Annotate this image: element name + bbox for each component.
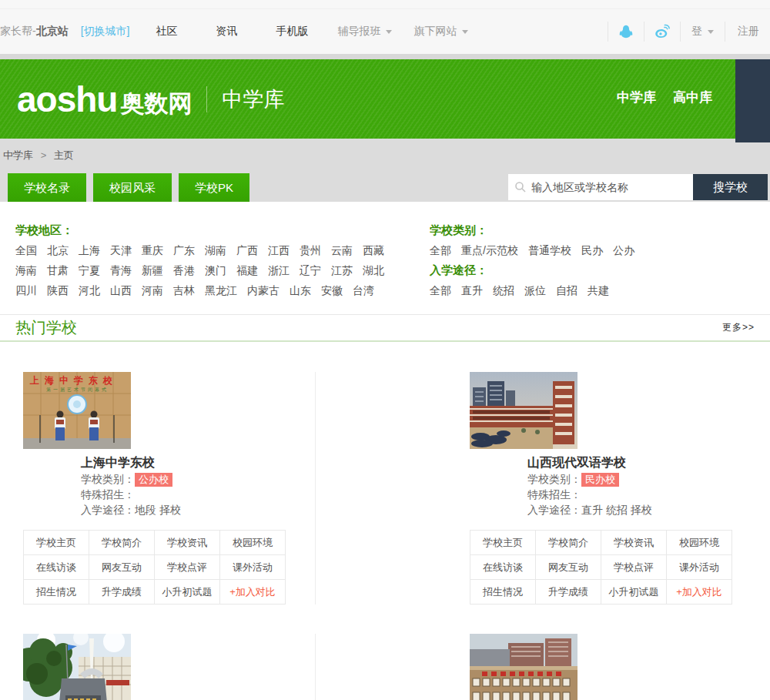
region-option[interactable]: 四川 [15, 284, 37, 296]
category-option[interactable]: 民办 [581, 244, 603, 256]
site-name[interactable]: 家长帮-北京站 [0, 25, 69, 39]
region-option[interactable]: 河北 [79, 284, 100, 296]
region-option[interactable]: 湖南 [205, 244, 226, 256]
region-option[interactable]: 北京 [47, 244, 69, 256]
more-link[interactable]: 更多>> [722, 321, 755, 334]
topbar-link-community[interactable]: 社区 [146, 25, 186, 39]
region-option[interactable]: 陕西 [47, 284, 69, 296]
admission-option[interactable]: 统招 [493, 284, 514, 296]
region-option[interactable]: 青海 [110, 264, 132, 276]
school-photo[interactable] [470, 634, 578, 700]
link-online-interview[interactable]: 在线访谈 [24, 555, 89, 580]
link-school-home[interactable]: 学校主页 [470, 531, 536, 555]
region-option[interactable]: 浙江 [268, 264, 290, 276]
link-school-home[interactable]: 学校主页 [24, 531, 89, 555]
link-school-intro[interactable]: 学校简介 [536, 531, 601, 555]
school-photo[interactable] [23, 634, 131, 700]
link-campus-environment[interactable]: 校园环境 [667, 531, 732, 555]
link-promotion-results[interactable]: 升学成绩 [536, 580, 601, 605]
region-option[interactable]: 新疆 [142, 264, 163, 276]
filter-label-admission: 入学途径： [430, 260, 644, 280]
school-photo[interactable]: 上海中学东校 第一届艺术节闭幕式 [23, 372, 131, 449]
region-option[interactable]: 重庆 [142, 244, 163, 256]
add-to-compare-button[interactable]: +加入对比 [667, 580, 732, 605]
region-option[interactable]: 澳门 [205, 264, 226, 276]
region-option[interactable]: 云南 [331, 244, 353, 256]
link-user-interaction[interactable]: 网友互动 [536, 555, 601, 580]
region-option[interactable]: 宁夏 [79, 264, 100, 276]
header-nav-middle-school[interactable]: 中学库 [617, 89, 656, 106]
topbar-dropdown-tutoring[interactable]: 辅导报班 [337, 25, 392, 39]
admission-option[interactable]: 派位 [524, 284, 546, 296]
school-photo[interactable] [470, 372, 578, 449]
topbar-dropdown-sites[interactable]: 旗下网站 [413, 25, 468, 39]
logo[interactable]: aoshu 奥数网 [17, 79, 192, 120]
category-option[interactable]: 全部 [430, 244, 451, 256]
switch-city-link[interactable]: [切换城市] [81, 25, 130, 39]
link-school-intro[interactable]: 学校简介 [89, 531, 155, 555]
link-exam-papers[interactable]: 小升初试题 [155, 580, 220, 605]
category-option[interactable]: 公办 [613, 244, 634, 256]
link-campus-environment[interactable]: 校园环境 [220, 531, 286, 555]
link-school-news[interactable]: 学校资讯 [155, 531, 220, 555]
breadcrumb-home[interactable]: 中学库 [3, 149, 33, 161]
region-option[interactable]: 安徽 [321, 284, 343, 296]
school-name[interactable]: 山西现代双语学校 [527, 454, 626, 471]
link-promotion-results[interactable]: 升学成绩 [89, 580, 155, 605]
region-option[interactable]: 黑龙江 [205, 284, 237, 296]
link-user-interaction[interactable]: 网友互动 [89, 555, 155, 580]
region-option[interactable]: 全国 [15, 244, 37, 256]
region-option[interactable]: 福建 [236, 264, 258, 276]
register-link[interactable]: 注册 [738, 25, 759, 39]
link-school-news[interactable]: 学校资讯 [601, 531, 667, 555]
search-input[interactable] [508, 174, 693, 200]
tab-school-pk[interactable]: 学校PK [179, 173, 249, 202]
region-option[interactable]: 广东 [173, 244, 195, 256]
region-option[interactable]: 湖北 [363, 264, 384, 276]
tab-school-directory[interactable]: 学校名录 [8, 173, 86, 202]
link-extracurricular[interactable]: 课外活动 [667, 555, 732, 580]
link-school-reviews[interactable]: 学校点评 [601, 555, 667, 580]
tab-campus-gallery[interactable]: 校园风采 [93, 173, 172, 202]
region-option[interactable]: 上海 [79, 244, 100, 256]
admission-option[interactable]: 全部 [430, 284, 451, 296]
topbar-link-mobile[interactable]: 手机版 [266, 25, 317, 39]
region-option[interactable]: 江西 [268, 244, 290, 256]
search-button[interactable]: 搜学校 [693, 174, 768, 200]
region-option[interactable]: 台湾 [353, 284, 374, 296]
weibo-icon[interactable] [654, 24, 670, 39]
region-option[interactable]: 江苏 [331, 264, 353, 276]
link-extracurricular[interactable]: 课外活动 [220, 555, 286, 580]
chevron-down-icon [708, 30, 714, 34]
admission-option[interactable]: 自招 [556, 284, 578, 296]
region-option[interactable]: 内蒙古 [247, 284, 280, 296]
link-enrollment-info[interactable]: 招生情况 [470, 580, 536, 605]
admission-option[interactable]: 直升 [461, 284, 483, 296]
admission-option[interactable]: 共建 [588, 284, 609, 296]
link-school-reviews[interactable]: 学校点评 [155, 555, 220, 580]
login-button[interactable]: 登 [691, 25, 714, 39]
region-option[interactable]: 海南 [15, 264, 37, 276]
add-to-compare-button[interactable]: +加入对比 [220, 580, 286, 605]
category-option[interactable]: 重点/示范校 [461, 244, 518, 256]
region-option[interactable]: 香港 [173, 264, 195, 276]
region-option[interactable]: 吉林 [173, 284, 195, 296]
region-option[interactable]: 天津 [110, 244, 132, 256]
qq-icon[interactable] [618, 24, 634, 39]
region-option[interactable]: 山东 [290, 284, 311, 296]
category-option[interactable]: 普通学校 [528, 244, 571, 256]
link-exam-papers[interactable]: 小升初试题 [601, 580, 667, 605]
region-option[interactable]: 广西 [236, 244, 258, 256]
region-option[interactable]: 辽宁 [300, 264, 321, 276]
region-option[interactable]: 山西 [110, 284, 132, 296]
region-option[interactable]: 甘肃 [47, 264, 69, 276]
region-option[interactable]: 西藏 [363, 244, 384, 256]
admission-label: 入学途径： [527, 504, 581, 516]
region-option[interactable]: 贵州 [300, 244, 321, 256]
header-nav-high-school[interactable]: 高中库 [673, 89, 712, 106]
link-enrollment-info[interactable]: 招生情况 [24, 580, 89, 605]
topbar-link-news[interactable]: 资讯 [206, 25, 246, 39]
link-online-interview[interactable]: 在线访谈 [470, 555, 536, 580]
school-name[interactable]: 上海中学东校 [81, 454, 155, 471]
region-option[interactable]: 河南 [142, 284, 163, 296]
